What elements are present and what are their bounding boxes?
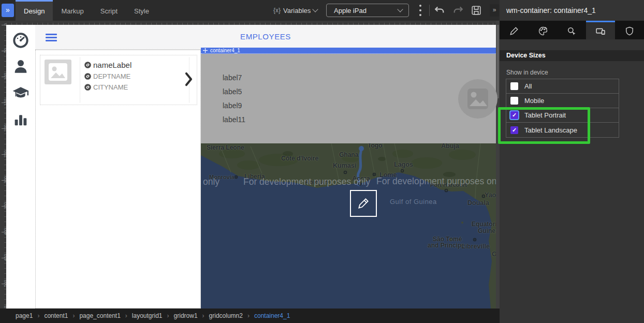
device-option-tablet-landscape[interactable]: Tablet Landscape <box>506 123 619 137</box>
redo-button[interactable] <box>451 5 465 16</box>
map-label: Lagos <box>394 161 413 168</box>
device-preview-select[interactable]: Apple iPad <box>326 4 409 17</box>
horizontal-ruler <box>6 21 496 25</box>
breadcrumb-item[interactable]: gridrow1 <box>174 312 198 319</box>
device-option-all[interactable]: All <box>506 79 619 94</box>
properties-panel: wm-container: container4_1 <box>500 0 644 323</box>
undo-button[interactable] <box>433 5 446 16</box>
breadcrumb-current[interactable]: container4_1 <box>254 312 290 319</box>
map-widget[interactable]: Sierra LeoneCôte d'IvoireGhanaTogoLiberi… <box>201 143 496 309</box>
tab-device-sizes[interactable] <box>586 21 615 39</box>
checkbox[interactable] <box>510 111 518 119</box>
container4-1-widget[interactable]: label7label5label9label11 <box>201 54 496 143</box>
container-tag-label: container4_1 <box>210 48 240 53</box>
bind-icon <box>84 84 91 91</box>
show-in-device-label: Show in device <box>506 69 548 76</box>
palette-icon <box>538 26 548 36</box>
map-label: Kumasi <box>333 162 356 169</box>
designer-tab-design[interactable]: Design <box>16 0 53 21</box>
employee-list-item[interactable]: nameLabel DEPTNAME <box>40 55 197 105</box>
dashboard-icon[interactable] <box>12 32 29 49</box>
move-icon <box>203 48 208 53</box>
checkbox[interactable] <box>510 82 518 90</box>
save-button[interactable] <box>470 5 482 16</box>
bind-icon <box>84 62 91 68</box>
map-label: Guinea <box>478 227 496 234</box>
designer-tab-markup[interactable]: Markup <box>53 0 92 21</box>
designer-tab-bar: DesignMarkupScriptStyle <box>16 0 157 21</box>
tab-security[interactable] <box>615 21 644 39</box>
map-label: Côte d'Ivoire <box>281 155 318 162</box>
pencil-icon <box>357 197 370 210</box>
breadcrumb-item[interactable]: content1 <box>44 312 68 319</box>
designer-tab-script[interactable]: Script <box>92 0 126 21</box>
checkbox[interactable] <box>510 97 518 105</box>
map-label: Douala <box>467 199 489 207</box>
breadcrumb-separator: › <box>167 312 169 319</box>
breadcrumb-item[interactable]: page1 <box>16 312 33 319</box>
dept-label-row: DEPTNAME <box>84 72 189 80</box>
top-toolbar: » DesignMarkupScriptStyle {x} Variables … <box>0 0 500 21</box>
map-edit-button[interactable] <box>350 190 377 217</box>
bind-icon <box>84 73 91 80</box>
breadcrumb-item[interactable]: page_content1 <box>79 312 120 319</box>
tab-events[interactable] <box>558 21 587 39</box>
breadcrumb-separator: › <box>72 312 75 319</box>
breadcrumb-separator: › <box>125 312 127 319</box>
device-preview-value: Apple iPad <box>334 7 367 14</box>
devices-icon <box>595 26 606 36</box>
map-label: Togo <box>368 143 382 149</box>
device-option-mobile[interactable]: Mobile <box>506 94 619 108</box>
map-label: Equatorial <box>472 221 496 228</box>
map-label: and Príncipe <box>428 242 465 249</box>
app-left-nav <box>6 25 35 309</box>
shield-icon <box>624 26 635 36</box>
device-options-list: AllMobileTablet PortraitTablet Landscape <box>506 79 619 138</box>
map-label: Yaou <box>485 192 496 199</box>
tab-properties[interactable] <box>500 21 529 39</box>
tab-styles[interactable] <box>529 21 558 39</box>
image-placeholder-icon <box>458 79 498 119</box>
inspector-tab-bar <box>500 21 644 39</box>
vertical-ruler: 050100150200250300350400450500550 <box>0 21 6 309</box>
breadcrumb-item[interactable]: gridcolumn2 <box>209 312 243 319</box>
container-label[interactable]: label7 <box>223 74 242 82</box>
bar-chart-icon[interactable] <box>12 111 29 128</box>
user-icon[interactable] <box>12 58 29 75</box>
more-options-button[interactable] <box>417 5 423 16</box>
device-option-label: Tablet Landscape <box>524 126 577 134</box>
app-page-header: EMPLOYEES <box>35 25 496 50</box>
map-label: Ga <box>492 251 496 258</box>
variables-button[interactable]: {x} Variables <box>273 0 317 21</box>
employee-list-panel: nameLabel DEPTNAME <box>35 50 201 309</box>
breadcrumb-separator: › <box>247 312 250 319</box>
map-label: For development purposes only <box>243 177 370 187</box>
canvas-scrollbar[interactable] <box>496 21 500 309</box>
map-label: Sierra Leone <box>207 144 244 151</box>
device-option-label: Tablet Portrait <box>524 111 566 119</box>
breadcrumb-separator: › <box>37 312 39 319</box>
device-option-tablet-portrait[interactable]: Tablet Portrait <box>506 108 619 123</box>
container-label[interactable]: label5 <box>223 87 242 96</box>
employee-card-fields: nameLabel DEPTNAME <box>80 57 189 102</box>
checkbox[interactable] <box>510 126 518 134</box>
breadcrumb-item[interactable]: layoutgrid1 <box>132 312 163 319</box>
chevron-right-icon <box>185 72 193 89</box>
design-canvas: EMPLOYEES <box>6 25 496 309</box>
pencil-icon <box>509 26 519 36</box>
name-label: nameLabel <box>93 61 131 69</box>
selected-widget-tag[interactable]: container4_1 <box>201 48 496 54</box>
education-icon[interactable] <box>12 84 29 101</box>
collapse-right-panel-button[interactable]: » <box>490 4 499 17</box>
container-label[interactable]: label9 <box>223 101 242 110</box>
device-option-label: Mobile <box>524 97 544 105</box>
container-label[interactable]: label11 <box>223 115 245 124</box>
device-option-label: All <box>524 82 532 90</box>
variables-x-icon: {x} <box>273 7 281 14</box>
image-placeholder-icon <box>45 60 71 84</box>
collapse-left-panel-button[interactable]: » <box>2 4 14 17</box>
map-label: Libreville <box>461 243 490 250</box>
dept-label: DEPTNAME <box>93 72 130 80</box>
designer-tab-style[interactable]: Style <box>126 0 157 21</box>
map-label: only <box>203 177 219 187</box>
